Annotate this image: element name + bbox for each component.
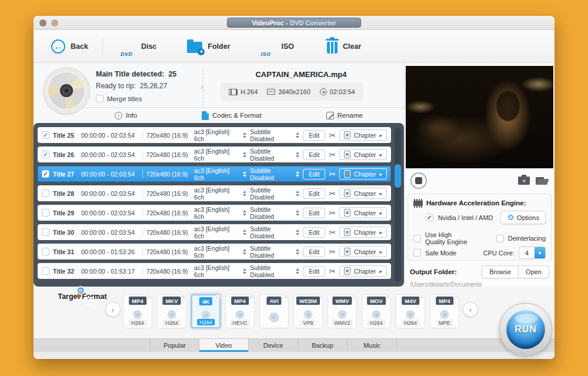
window-close-button[interactable] bbox=[39, 19, 46, 26]
checkbox-icon[interactable]: ✓ bbox=[496, 235, 504, 242]
audio-select[interactable]: ac3 [English] 6ch bbox=[194, 148, 246, 162]
cpu-core-select[interactable]: 4 ▾ bbox=[519, 247, 546, 259]
chapter-button[interactable]: Chapter▸ bbox=[339, 246, 387, 257]
subtitle-select[interactable]: Subtitle Disabled bbox=[250, 245, 299, 259]
scissors-icon[interactable]: ✂ bbox=[329, 267, 336, 275]
run-button[interactable]: RUN bbox=[499, 303, 552, 356]
stop-preview-button[interactable] bbox=[410, 172, 427, 189]
window-minimize-button[interactable] bbox=[51, 19, 58, 26]
browse-button[interactable]: Browse bbox=[482, 265, 519, 278]
audio-select[interactable]: ac3 [English] 6ch bbox=[194, 187, 246, 201]
subtitle-select[interactable]: Subtitle Disabled bbox=[250, 167, 299, 181]
scissors-icon[interactable]: ✂ bbox=[329, 170, 336, 178]
table-scrollbar[interactable] bbox=[395, 128, 401, 282]
options-button[interactable]: ⚙ Options bbox=[500, 211, 546, 224]
format-mkv-h264[interactable]: MKVH264 bbox=[157, 294, 186, 328]
audio-select[interactable]: ac3 [English] 6ch bbox=[194, 225, 246, 239]
chapter-button[interactable]: Chapter▸ bbox=[339, 129, 387, 141]
table-row-title-31[interactable]: ✓ Title 31 00:00:00 - 01:53:26 720x480 (… bbox=[38, 244, 391, 259]
format-mp4-mpe[interactable]: MP4MPE bbox=[430, 294, 459, 328]
format-webm-vp8[interactable]: WEBMVP8 bbox=[293, 294, 323, 328]
tab-device[interactable]: Device bbox=[249, 339, 298, 352]
scissors-icon[interactable]: ✂ bbox=[329, 189, 336, 198]
audio-select[interactable]: ac3 [English] 6ch bbox=[194, 264, 246, 278]
load-iso-button[interactable]: ISO ISO bbox=[260, 38, 295, 55]
tab-video[interactable]: Video bbox=[199, 339, 249, 352]
scissors-icon[interactable]: ✂ bbox=[329, 209, 336, 217]
audio-select[interactable]: ac3 [English] 6ch bbox=[194, 206, 246, 220]
formats-prev-button[interactable]: ‹ bbox=[105, 302, 121, 317]
snapshot-camera-icon[interactable] bbox=[518, 177, 530, 185]
high-quality-checkbox[interactable]: ✓ Use High Quality Engine bbox=[413, 231, 468, 245]
tab-rename[interactable]: Rename bbox=[326, 112, 363, 119]
deinterlacing-checkbox[interactable]: ✓ Deinterlacing bbox=[496, 235, 546, 242]
tab-popular[interactable]: Popular bbox=[150, 339, 199, 352]
subtitle-select[interactable]: Subtitle Disabled bbox=[250, 264, 299, 278]
subtitle-select[interactable]: Subtitle Disabled bbox=[250, 225, 299, 239]
row-checkbox[interactable]: ✓ bbox=[42, 151, 49, 158]
chapter-button[interactable]: Chapter▸ bbox=[339, 188, 387, 199]
subtitle-select[interactable]: Subtitle Disabled bbox=[250, 206, 299, 220]
tab-backup[interactable]: Backup bbox=[298, 339, 348, 352]
row-checkbox[interactable]: ✓ bbox=[42, 209, 49, 217]
edit-button[interactable]: Edit bbox=[303, 266, 325, 277]
audio-select[interactable]: ac3 [English] 6ch bbox=[194, 245, 246, 259]
formats-next-button[interactable]: › bbox=[463, 302, 478, 317]
merge-titles-checkbox[interactable]: ✓ Merge titles bbox=[96, 95, 176, 102]
format-wmv-wmv2[interactable]: WMVWMV2 bbox=[328, 294, 357, 328]
row-checkbox[interactable]: ✓ bbox=[42, 131, 49, 139]
table-row-title-32[interactable]: ✓ Title 32 00:00:00 - 01:53:17 720x480 (… bbox=[38, 263, 391, 279]
chapter-button[interactable]: Chapter▸ bbox=[339, 207, 387, 218]
open-button[interactable]: Open bbox=[519, 265, 549, 278]
scissors-icon[interactable]: ✂ bbox=[329, 151, 336, 159]
open-folder-icon[interactable] bbox=[536, 177, 549, 185]
checkbox-icon[interactable]: ✓ bbox=[413, 235, 421, 242]
gpu-checkbox[interactable]: ✓ bbox=[426, 214, 433, 221]
row-checkbox[interactable]: ✓ bbox=[42, 228, 49, 236]
back-button[interactable]: ← Back bbox=[51, 39, 88, 54]
chapter-button[interactable]: Chapter▸ bbox=[339, 227, 387, 238]
edit-button[interactable]: Edit bbox=[303, 227, 325, 238]
row-checkbox[interactable]: ✓ bbox=[42, 170, 49, 178]
row-checkbox[interactable]: ✓ bbox=[42, 189, 49, 197]
row-checkbox[interactable]: ✓ bbox=[42, 267, 49, 275]
format-mp4-h264[interactable]: MP4H264 bbox=[123, 294, 152, 328]
safe-mode-checkbox[interactable]: ✓ Safe Mode bbox=[413, 249, 456, 257]
format-mov-h264[interactable]: MOVH264 bbox=[362, 294, 391, 328]
scissors-icon[interactable]: ✂ bbox=[329, 131, 336, 139]
table-row-title-30[interactable]: ✓ Title 30 00:00:00 - 02:03:54 720x480 (… bbox=[38, 224, 391, 240]
table-row-title-25[interactable]: ✓ Title 25 00:00:00 - 02:03:54 720x480 (… bbox=[38, 127, 391, 143]
format-4k-h264-selected[interactable]: 4KH264 bbox=[191, 294, 220, 328]
format-mp4-hevc[interactable]: MP4HEVC bbox=[225, 294, 255, 328]
table-row-title-26[interactable]: ✓ Title 26 00:00:00 - 02:03:54 720x480 (… bbox=[38, 147, 391, 162]
load-folder-button[interactable]: Folder bbox=[187, 39, 230, 53]
audio-select[interactable]: ac3 [English] 6ch bbox=[194, 128, 246, 142]
tab-codec-format[interactable]: Codec & Format bbox=[202, 111, 262, 120]
scissors-icon[interactable]: ✂ bbox=[329, 248, 336, 256]
subtitle-select[interactable]: Subtitle Disabled bbox=[250, 187, 299, 201]
clear-button[interactable]: Clear bbox=[327, 39, 361, 54]
table-row-title-27-selected[interactable]: ✓ Title 27 00:00:00 - 02:03:54 720x480 (… bbox=[38, 166, 391, 182]
load-disc-button[interactable]: DVD Disc bbox=[119, 38, 156, 55]
checkbox-icon[interactable]: ✓ bbox=[96, 95, 103, 102]
table-row-title-29[interactable]: ✓ Title 29 00:00:00 - 02:03:54 720x480 (… bbox=[38, 205, 391, 221]
chapter-button[interactable]: Chapter▸ bbox=[339, 168, 387, 179]
chevron-down-icon[interactable]: ▾ bbox=[534, 247, 545, 258]
format-m4v-h264[interactable]: M4VH264 bbox=[396, 294, 425, 328]
target-format-button[interactable]: ⚙ Target Format bbox=[50, 292, 115, 301]
audio-select[interactable]: ac3 [English] 6ch bbox=[194, 167, 246, 181]
scissors-icon[interactable]: ✂ bbox=[329, 228, 336, 237]
row-checkbox[interactable]: ✓ bbox=[42, 248, 49, 255]
format-avi[interactable]: AVI bbox=[259, 294, 289, 328]
checkbox-icon[interactable]: ✓ bbox=[413, 249, 421, 257]
tab-info[interactable]: iInfo bbox=[115, 112, 137, 119]
table-row-title-28[interactable]: ✓ Title 28 00:00:00 - 02:03:54 720x480 (… bbox=[38, 185, 391, 201]
chapter-button[interactable]: Chapter▸ bbox=[339, 149, 387, 160]
edit-button[interactable]: Edit bbox=[303, 247, 325, 257]
edit-button[interactable]: Edit bbox=[303, 208, 325, 218]
subtitle-select[interactable]: Subtitle Disabled bbox=[250, 128, 299, 142]
chapter-button[interactable]: Chapter▸ bbox=[339, 265, 387, 277]
edit-button[interactable]: Edit bbox=[303, 149, 325, 160]
edit-button[interactable]: Edit bbox=[303, 130, 325, 141]
tab-music[interactable]: Music bbox=[348, 339, 397, 352]
